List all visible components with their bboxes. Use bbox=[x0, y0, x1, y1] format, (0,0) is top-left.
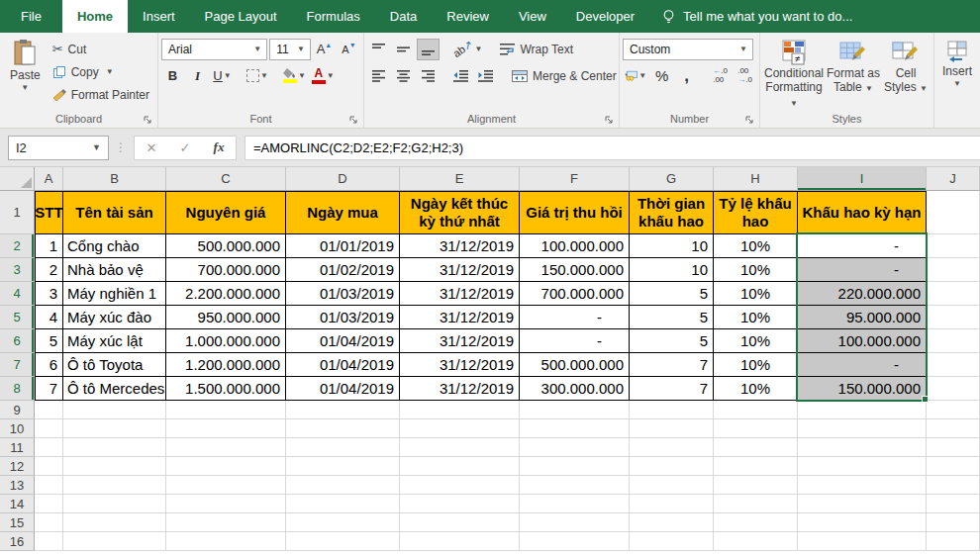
row-header-14[interactable]: 14 bbox=[0, 495, 35, 513]
accounting-format-button[interactable]: ▼ bbox=[623, 65, 648, 87]
cell-D5[interactable]: 01/03/2019 bbox=[286, 306, 400, 329]
cell-F13[interactable] bbox=[520, 476, 630, 495]
tab-page-layout[interactable]: Page Layout bbox=[190, 0, 292, 33]
cell-D13[interactable] bbox=[286, 476, 400, 495]
column-header-I[interactable]: I bbox=[798, 167, 927, 191]
cell-B7[interactable]: Ô tô Toyota bbox=[63, 353, 166, 377]
table-header-cell[interactable]: Tên tài sản bbox=[63, 191, 166, 234]
bottom-align-button[interactable] bbox=[417, 39, 440, 60]
cell-B6[interactable]: Máy xúc lật bbox=[63, 329, 166, 353]
cell-B8[interactable]: Ô tô Mercedes bbox=[63, 377, 166, 401]
grow-font-button[interactable]: A▲ bbox=[313, 39, 336, 60]
cell-E11[interactable] bbox=[400, 438, 520, 457]
tab-review[interactable]: Review bbox=[432, 0, 504, 33]
column-header-B[interactable]: B bbox=[63, 167, 166, 191]
copy-button[interactable]: Copy ▼ bbox=[48, 60, 154, 83]
cell-C6[interactable]: 1.000.000.000 bbox=[166, 329, 286, 353]
cell-G2[interactable]: 10 bbox=[630, 234, 714, 258]
cell-D2[interactable]: 01/01/2019 bbox=[286, 234, 400, 258]
cell-C15[interactable] bbox=[166, 513, 286, 532]
cell-J7[interactable] bbox=[927, 353, 980, 377]
cell-I16[interactable] bbox=[798, 532, 927, 551]
cell-B14[interactable] bbox=[63, 495, 166, 513]
cell-E3[interactable]: 31/12/2019 bbox=[400, 258, 520, 282]
cell-H8[interactable]: 10% bbox=[714, 377, 798, 401]
cell-F16[interactable] bbox=[520, 532, 630, 551]
cell-I7[interactable]: - bbox=[798, 353, 927, 377]
column-header-G[interactable]: G bbox=[630, 167, 714, 191]
cell-C3[interactable]: 700.000.000 bbox=[166, 258, 286, 282]
increase-indent-button[interactable] bbox=[474, 65, 497, 87]
cell-C7[interactable]: 1.200.000.000 bbox=[166, 353, 286, 377]
cell-A6[interactable]: 5 bbox=[35, 329, 63, 353]
cell-H9[interactable] bbox=[714, 401, 798, 419]
cell-G13[interactable] bbox=[630, 476, 714, 495]
cell-A2[interactable]: 1 bbox=[35, 234, 63, 258]
cell-C8[interactable]: 1.500.000.000 bbox=[166, 377, 286, 401]
cell-E5[interactable]: 31/12/2019 bbox=[400, 306, 520, 329]
row-header-7[interactable]: 7 bbox=[0, 353, 35, 377]
cell-F4[interactable]: 700.000.000 bbox=[520, 282, 630, 306]
cell-E14[interactable] bbox=[400, 495, 520, 513]
decrease-decimal-button[interactable]: .00→.0 bbox=[734, 65, 756, 87]
cell-H5[interactable]: 10% bbox=[714, 306, 798, 329]
cell-G7[interactable]: 7 bbox=[630, 353, 714, 377]
column-header-F[interactable]: F bbox=[520, 167, 630, 191]
tab-home[interactable]: Home bbox=[62, 0, 128, 33]
row-header-11[interactable]: 11 bbox=[0, 438, 35, 457]
cell-J12[interactable] bbox=[927, 457, 980, 476]
column-header-J[interactable]: J bbox=[927, 167, 980, 191]
cell-I13[interactable] bbox=[798, 476, 927, 495]
name-box[interactable]: I2 ▼ bbox=[8, 136, 109, 160]
cell-I14[interactable] bbox=[798, 495, 927, 513]
cell-H2[interactable]: 10% bbox=[714, 234, 798, 258]
font-size-combo[interactable]: 11 ▼ bbox=[269, 39, 311, 60]
cell-A9[interactable] bbox=[35, 401, 63, 419]
cell-I10[interactable] bbox=[798, 419, 927, 438]
cell-B15[interactable] bbox=[63, 513, 166, 532]
cell-D15[interactable] bbox=[286, 513, 400, 532]
row-header-6[interactable]: 6 bbox=[0, 329, 35, 353]
table-header-cell[interactable]: Tỷ lệ khấu hao bbox=[714, 191, 798, 234]
cell-A16[interactable] bbox=[35, 532, 63, 551]
cell-I8[interactable]: 150.000.000 bbox=[798, 377, 927, 401]
row-header-8[interactable]: 8 bbox=[0, 377, 35, 401]
cell-C13[interactable] bbox=[166, 476, 286, 495]
cell-D7[interactable]: 01/04/2019 bbox=[286, 353, 400, 377]
cell-J13[interactable] bbox=[927, 476, 980, 495]
cell-F5[interactable]: - bbox=[520, 306, 630, 329]
conditional-formatting-button[interactable]: ≠ Conditional Formatting ▼ bbox=[763, 36, 825, 110]
tab-insert[interactable]: Insert bbox=[128, 0, 190, 33]
cell-J1[interactable] bbox=[927, 191, 980, 234]
table-header-cell[interactable]: STT bbox=[35, 191, 63, 234]
cell-G9[interactable] bbox=[630, 401, 714, 419]
cell-H10[interactable] bbox=[714, 419, 798, 438]
column-header-E[interactable]: E bbox=[400, 167, 520, 191]
cell-H13[interactable] bbox=[714, 476, 798, 495]
cell-D14[interactable] bbox=[286, 495, 400, 513]
cell-F2[interactable]: 100.000.000 bbox=[520, 234, 630, 258]
cell-D11[interactable] bbox=[286, 438, 400, 457]
select-all-button[interactable] bbox=[0, 167, 35, 191]
align-left-button[interactable] bbox=[367, 65, 390, 87]
cancel-icon[interactable]: ✕ bbox=[135, 140, 168, 155]
cell-J9[interactable] bbox=[927, 401, 980, 419]
table-header-cell[interactable]: Khấu hao kỳ hạn bbox=[798, 191, 927, 234]
cell-I4[interactable]: 220.000.000 bbox=[798, 282, 927, 306]
formula-input[interactable]: =AMORLINC(C2;D2;E2;F2;G2;H2;3) bbox=[245, 136, 980, 160]
cell-E8[interactable]: 31/12/2019 bbox=[400, 377, 520, 401]
cell-E7[interactable]: 31/12/2019 bbox=[400, 353, 520, 377]
cell-G4[interactable]: 5 bbox=[630, 282, 714, 306]
cell-J3[interactable] bbox=[927, 258, 980, 282]
cell-C9[interactable] bbox=[166, 401, 286, 419]
row-header-1[interactable]: 1 bbox=[0, 191, 35, 234]
cell-D6[interactable]: 01/04/2019 bbox=[286, 329, 400, 353]
align-right-button[interactable] bbox=[417, 65, 440, 87]
cell-E6[interactable]: 31/12/2019 bbox=[400, 329, 520, 353]
cell-E16[interactable] bbox=[400, 532, 520, 551]
cell-A5[interactable]: 4 bbox=[35, 306, 63, 329]
cell-C4[interactable]: 2.200.000.000 bbox=[166, 282, 286, 306]
tab-developer[interactable]: Developer bbox=[561, 0, 649, 33]
cell-J8[interactable] bbox=[927, 377, 980, 401]
wrap-text-button[interactable]: Wrap Text bbox=[495, 38, 578, 60]
